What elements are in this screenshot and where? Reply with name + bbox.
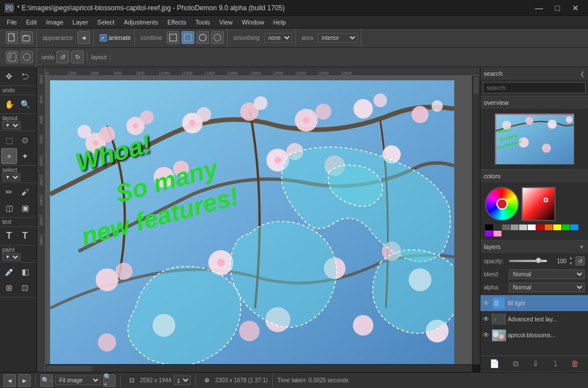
- swatch-purple[interactable]: [485, 231, 493, 236]
- next-nav-button[interactable]: ►: [18, 374, 31, 387]
- canvas-viewport[interactable]: Whoa! So many new features!: [46, 76, 472, 364]
- zoom-select[interactable]: Fit image 100% 50% 200%: [55, 375, 101, 385]
- layer-item[interactable]: 👁 T Advanced text lay...: [480, 311, 588, 327]
- layer-visibility-eye[interactable]: 👁: [483, 331, 490, 339]
- swatch-blue[interactable]: [570, 224, 578, 230]
- maximize-button[interactable]: □: [549, 2, 565, 14]
- close-button[interactable]: ✕: [568, 2, 583, 14]
- magic-wand-tool[interactable]: ✦: [17, 148, 33, 164]
- menu-file[interactable]: File: [2, 18, 22, 27]
- swatch-black[interactable]: [485, 224, 493, 230]
- overview-thumbnail[interactable]: Whoa! So many new features!: [495, 113, 574, 165]
- ellipse-sel-tool[interactable]: ⊙: [17, 132, 33, 148]
- swatch-gray[interactable]: [502, 224, 510, 230]
- undo-tool[interactable]: ⮌: [17, 68, 33, 84]
- menu-edit[interactable]: Edit: [22, 18, 42, 27]
- layers-header[interactable]: layers ▼: [480, 240, 588, 253]
- text-tool[interactable]: T: [1, 228, 17, 244]
- opacity-down[interactable]: ▼: [569, 261, 573, 267]
- swatch-lightgray[interactable]: [511, 224, 519, 230]
- color-wheel[interactable]: [485, 187, 519, 221]
- swatch-orange[interactable]: [545, 224, 553, 230]
- toolbar-file-btn2[interactable]: [20, 51, 33, 63]
- layer-visibility-eye[interactable]: 👁: [483, 299, 490, 307]
- redo-button[interactable]: ↻: [71, 51, 84, 63]
- menu-help[interactable]: Help: [269, 18, 291, 27]
- layer-item[interactable]: 👁: [480, 327, 588, 343]
- open-file-button[interactable]: [20, 31, 33, 44]
- menu-view[interactable]: View: [215, 18, 237, 27]
- swatch-white[interactable]: [528, 224, 536, 230]
- menu-image[interactable]: Image: [42, 18, 68, 27]
- brush-tool[interactable]: 🖌: [17, 184, 33, 200]
- paint-select[interactable]: ▼: [2, 253, 20, 261]
- unit-select[interactable]: px % in: [174, 375, 191, 385]
- blend-select[interactable]: Normal Multiply Screen: [509, 269, 585, 279]
- prev-nav-button[interactable]: ◄: [3, 374, 16, 387]
- clone-tool[interactable]: ⊞: [1, 280, 17, 296]
- overview-header[interactable]: overview: [480, 96, 588, 109]
- swatch-pink[interactable]: [494, 231, 501, 236]
- zoom-tool[interactable]: 🔍: [17, 96, 33, 112]
- pencil-tool[interactable]: ✏: [1, 184, 17, 200]
- new-layer-button[interactable]: 📄: [487, 358, 501, 370]
- combine-circle-btn[interactable]: [196, 31, 209, 44]
- opacity-reset-btn[interactable]: ↺: [575, 256, 585, 266]
- swatch-yellow[interactable]: [553, 224, 561, 230]
- layer-item[interactable]: 👁 fill light: [480, 295, 588, 311]
- merge-down-button[interactable]: ⇓: [530, 358, 541, 370]
- search-header[interactable]: search ❮: [480, 67, 588, 80]
- v-scroll-thumb[interactable]: [474, 77, 479, 94]
- minimize-button[interactable]: —: [531, 2, 547, 14]
- undo-button[interactable]: ↺: [56, 51, 69, 63]
- hand-tool[interactable]: ✋: [1, 96, 17, 112]
- toolbar-file-btn1[interactable]: F: [6, 51, 18, 63]
- swatch-darkgray[interactable]: [494, 224, 501, 230]
- animate-checkbox[interactable]: ✓: [100, 34, 107, 42]
- rectangle-sel-tool[interactable]: ⬚: [1, 132, 17, 148]
- crop-tool[interactable]: ⊡: [17, 280, 33, 296]
- menu-tools[interactable]: Tools: [191, 18, 215, 27]
- appearance-btn[interactable]: ◄: [77, 31, 90, 44]
- alpha-select[interactable]: Normal Inherit: [509, 283, 585, 292]
- combine-square-dotted-btn[interactable]: [182, 31, 194, 44]
- horizontal-scrollbar[interactable]: [46, 364, 472, 372]
- menu-window[interactable]: Window: [237, 18, 269, 27]
- opacity-up[interactable]: ▲: [569, 255, 573, 261]
- lasso-tool[interactable]: ⌖: [1, 148, 17, 164]
- combine-circle-dotted-btn[interactable]: [211, 31, 224, 44]
- search-input[interactable]: [483, 82, 586, 93]
- zoom-in-button[interactable]: 🔍+: [103, 374, 116, 387]
- swatch-silver[interactable]: [519, 224, 527, 230]
- color-gradient-picker[interactable]: [521, 187, 556, 221]
- fill-tool[interactable]: ▣: [17, 200, 33, 216]
- combine-square-btn[interactable]: [167, 31, 179, 44]
- canvas-image[interactable]: Whoa! So many new features!: [50, 80, 454, 364]
- opacity-stepper[interactable]: ▲ ▼: [569, 255, 573, 267]
- text-v-tool[interactable]: T: [17, 228, 33, 244]
- swatch-red[interactable]: [536, 224, 544, 230]
- smoothing-select[interactable]: none low high: [264, 33, 292, 43]
- new-file-button[interactable]: [6, 31, 18, 44]
- swatch-green[interactable]: [562, 224, 570, 230]
- zoom-out-button[interactable]: 🔍-: [40, 374, 53, 387]
- area-select[interactable]: interior exterior both: [318, 33, 357, 43]
- vertical-scrollbar[interactable]: [472, 76, 480, 364]
- move-tool[interactable]: ✥: [1, 68, 17, 84]
- h-scroll-thumb[interactable]: [47, 366, 92, 371]
- duplicate-layer-button[interactable]: ⧉: [511, 358, 521, 370]
- delete-layer-button[interactable]: 🗑: [569, 358, 581, 370]
- eyedropper-tool[interactable]: 💉: [1, 264, 17, 280]
- opacity-slider[interactable]: [509, 260, 547, 262]
- menu-adjustments[interactable]: Adjustments: [119, 18, 163, 27]
- colors-header[interactable]: colors: [480, 170, 588, 182]
- menu-select[interactable]: Select: [93, 18, 120, 27]
- eraser-tool[interactable]: ◫: [1, 200, 17, 216]
- flatten-button[interactable]: ⤵: [551, 358, 560, 370]
- select-mode-select[interactable]: ▼: [2, 173, 20, 181]
- layout-select[interactable]: ▼: [2, 121, 20, 129]
- layer-visibility-eye[interactable]: 👁: [483, 315, 490, 323]
- menu-layer[interactable]: Layer: [68, 18, 93, 27]
- menu-effects[interactable]: Effects: [163, 18, 191, 27]
- gradient-tool[interactable]: ◧: [17, 264, 33, 280]
